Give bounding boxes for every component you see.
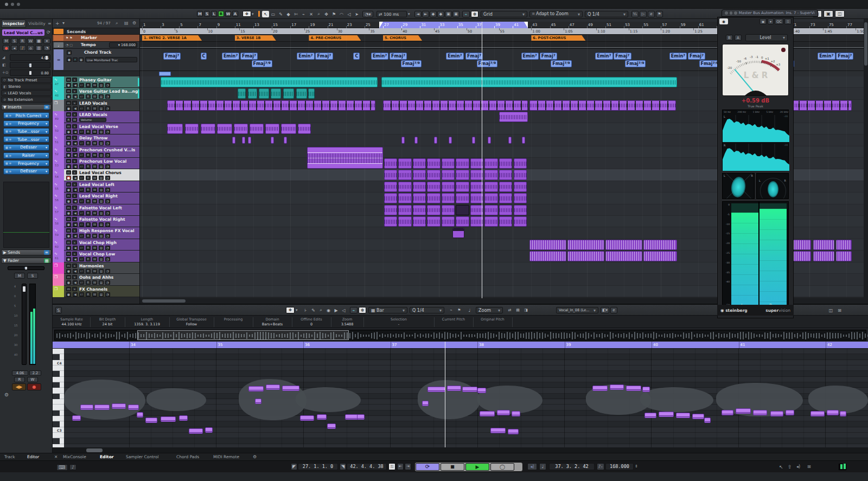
track-button-▦[interactable]: ▦ [35,38,42,44]
editor-select-tool[interactable]: ⊦ [302,307,309,313]
edit-channel-button[interactable]: ℮ [79,141,84,145]
overview-window[interactable] [137,330,349,340]
variaudio-segment[interactable] [345,414,358,420]
track-row[interactable]: ∿50msLead Vocal Verse●◀℮RW▥◔ [53,123,140,134]
variaudio-segment[interactable] [840,411,846,416]
freeze-icon[interactable]: ◔ [105,106,110,111]
track-row[interactable]: ❐msFX Channels●◀℮RW▥◔ [53,286,140,297]
piano-key[interactable] [53,365,64,371]
audio-event[interactable] [161,77,378,87]
monitor-icon[interactable]: ▦ [79,57,84,62]
traffic-light-icon[interactable] [5,3,8,6]
mute-button[interactable]: m [66,228,71,233]
solo-button[interactable]: s [72,112,77,117]
audio-event[interactable] [413,205,426,215]
monitor-button[interactable]: ◀ [73,222,78,227]
insert-slot[interactable]: ▦⊜Tube...ssor▾ [3,136,49,143]
lane-icon[interactable]: ▥ [99,269,104,273]
nudge-button[interactable]: ▣ [452,11,459,17]
inspector-row[interactable]: ⊘No Extension [1,97,52,102]
mute-button[interactable]: m [66,275,71,279]
track-row[interactable]: ∿57msFalsetto Vocal Left●◀℮RW▥◔ [53,204,140,216]
edit-channel-button[interactable]: ℮ [79,222,84,227]
variaudio-segment[interactable] [80,405,93,410]
audio-event[interactable] [434,137,437,144]
mute-button[interactable]: m [66,240,71,245]
variaudio-segment[interactable] [266,384,280,390]
audio-event[interactable] [201,124,215,134]
lane-icon[interactable]: ▥ [99,211,104,215]
piano-key-black[interactable] [53,421,60,427]
grid-toggle-icon[interactable]: ⊞ [807,464,811,469]
solo-button[interactable]: s [72,78,77,82]
audio-event[interactable] [232,137,235,144]
read-button[interactable]: R [86,222,91,227]
info-value[interactable] [214,322,253,327]
gear-icon[interactable]: ⚙ [253,454,257,459]
right-locator-icon[interactable]: ◥ [340,463,346,470]
variaudio-segment[interactable] [692,414,704,419]
lane-icon[interactable]: ▥ [99,234,104,238]
audio-event[interactable] [484,216,497,227]
insert-slot[interactable]: ▦⊜Frequency▾ [3,120,49,127]
audio-event[interactable] [514,216,527,227]
record-arm-button[interactable]: ● [66,176,71,180]
solo-button[interactable]: s [72,182,77,187]
lane-icon[interactable]: ▥ [99,164,104,169]
write-button[interactable]: W [92,164,97,169]
audio-event[interactable] [242,137,245,144]
lane-icon[interactable]: ▥ [99,153,104,157]
quantize-dropdown[interactable]: Q 1/4▾ [585,11,628,17]
glue-tool[interactable]: ⌁ [300,11,307,17]
edit-channel-button[interactable]: ℮ [79,234,84,238]
nudge-button[interactable]: ◄ [414,11,422,17]
lower-zone-tab-editor[interactable]: Editor [100,454,114,459]
mute-button[interactable]: m [66,78,71,82]
audio-event[interactable] [442,216,455,227]
audio-event[interactable] [456,170,469,180]
monitor-button[interactable]: ◀ [73,269,78,273]
automation-param[interactable]: Volume [79,118,106,122]
audio-event[interactable] [398,193,411,203]
record-arm-button[interactable]: ● [66,269,71,273]
track-button-W[interactable]: W [27,38,34,44]
nudge-button[interactable]: ◆ [430,11,437,17]
audio-event[interactable] [836,251,852,261]
audio-event[interactable] [488,137,491,144]
playhead[interactable] [482,22,482,304]
freeze-icon[interactable]: ◔ [105,269,110,273]
left-locator-value[interactable]: 27. 1. 1. 0 [298,463,338,470]
read-button[interactable]: R [86,130,91,134]
audio-event[interactable] [472,137,475,144]
mute-button[interactable]: m [66,124,71,129]
info-value[interactable]: Follow [169,322,214,327]
solo-button[interactable]: s [72,194,77,198]
info-value[interactable]: 1359. 3. 3.119 [125,322,169,327]
mute-button[interactable]: m [66,112,71,117]
tab-visibility[interactable]: Visibility [27,20,47,28]
monitor-button[interactable]: ◂ [11,45,18,51]
editor-zoom-dropdown[interactable]: Zoom▾ [476,307,503,313]
edit-channel-button[interactable]: ℮ [79,257,84,261]
maximize-icon[interactable]: ▣ [824,10,833,17]
edit-channel-button[interactable]: ℮ [79,246,84,250]
audio-event[interactable] [456,158,469,169]
freeze-icon[interactable]: ◔ [105,257,110,261]
grid-type-dropdown[interactable]: ⌗ Adapt to Zoom▾ [529,11,583,17]
variaudio-segment[interactable] [128,405,139,410]
audio-event[interactable] [499,112,528,122]
automation-m-button[interactable]: M [197,11,203,17]
monitor-button[interactable]: ◀ [73,280,78,285]
audio-event[interactable] [383,100,527,111]
piano-key[interactable] [53,416,64,421]
write-button[interactable]: W [92,257,97,261]
audio-event[interactable] [522,137,525,144]
monitor-button[interactable]: ◀ [73,94,78,99]
audio-event[interactable] [442,205,455,215]
traffic-light-icon[interactable] [11,3,14,6]
piano-key-black[interactable] [53,382,60,388]
read-button[interactable]: R [86,246,91,250]
edit-channel-button[interactable]: ℮ [79,211,84,215]
track-button-R[interactable]: R [19,38,26,44]
tempo-display[interactable]: 168.000 [605,463,634,470]
